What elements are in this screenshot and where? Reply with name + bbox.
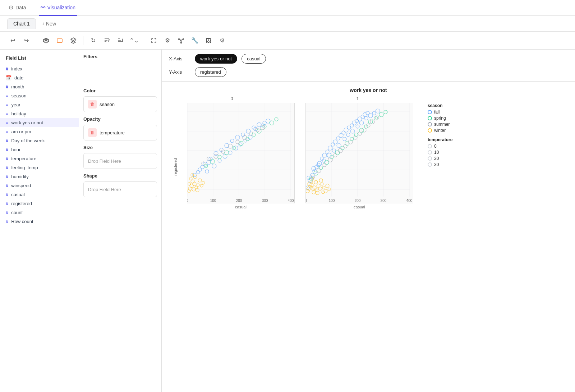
chart-tabs: Chart 1 + New	[0, 16, 575, 32]
legend-opacity-title: temperature	[428, 137, 464, 142]
color-field-box[interactable]: 🗑 season	[83, 96, 157, 112]
opacity-field-box[interactable]: 🗑 temperature	[83, 125, 157, 140]
field-feeling-temp[interactable]: # feeling_temp	[0, 163, 79, 172]
scatter-container-0: 0 200 400 600 800 0 100 200 300 400	[187, 103, 295, 203]
opacity-delete-button[interactable]: 🗑	[88, 128, 97, 137]
svg-point-35	[200, 184, 203, 187]
legend-circle-spring	[428, 116, 432, 120]
undo-button[interactable]: ↩	[7, 35, 18, 46]
visualization-icon: ⚯	[41, 4, 45, 11]
chart-tab-1[interactable]: Chart 1	[7, 18, 36, 29]
svg-point-27	[188, 183, 191, 185]
field-name-index: index	[11, 66, 22, 72]
svg-point-34	[198, 179, 202, 182]
image-button[interactable]: 🖼	[203, 35, 214, 46]
refresh-button[interactable]: ↻	[88, 35, 98, 46]
field-name-winspeed: winspeed	[11, 183, 31, 188]
x-axis-row: X-Axis work yes or not casual	[169, 54, 568, 64]
x-axis-tag-work[interactable]: work yes or not	[195, 54, 237, 64]
field-work[interactable]: ≡ work yes or not	[0, 118, 79, 127]
redo-button[interactable]: ↪	[21, 35, 32, 46]
field-year[interactable]: ≡ year	[0, 100, 79, 109]
svg-point-53	[257, 123, 261, 127]
panel-label-0: 0	[230, 96, 233, 101]
field-casual[interactable]: # casual	[0, 190, 79, 199]
legend-item-temp-30: 30	[428, 162, 464, 167]
y-axis-label-0: registered	[173, 158, 178, 176]
field-humidity[interactable]: # humidity	[0, 172, 79, 181]
shape-placeholder: Drop Field Here	[88, 187, 121, 192]
field-temperature[interactable]: # temperature	[0, 154, 79, 163]
field-month[interactable]: # month	[0, 82, 79, 91]
svg-point-157	[327, 153, 331, 157]
svg-point-1	[180, 40, 182, 41]
network-button[interactable]	[176, 35, 187, 46]
svg-point-180	[364, 125, 368, 128]
sort-asc-button[interactable]	[101, 35, 112, 46]
svg-point-198	[375, 116, 379, 119]
sort-desc-button[interactable]	[115, 35, 126, 46]
svg-point-80	[204, 164, 208, 168]
field-registered[interactable]: # registered	[0, 199, 79, 208]
y-axis-tag-registered[interactable]: registered	[195, 67, 226, 77]
legend-item-spring: spring	[428, 116, 464, 121]
cal-icon: 📅	[6, 75, 12, 80]
field-name-feeling-temp: feeling_temp	[11, 165, 38, 170]
size-title: Size	[83, 145, 157, 150]
image-settings-button[interactable]: ⚙	[217, 35, 227, 46]
rectangle-button[interactable]	[54, 35, 65, 46]
color-field-label: season	[100, 102, 115, 107]
legend-label-spring: spring	[434, 116, 446, 121]
legend-circle-temp-10	[428, 150, 432, 155]
svg-point-118	[321, 183, 323, 185]
svg-rect-0	[57, 39, 62, 42]
svg-point-174	[335, 151, 340, 155]
shape-drop-box[interactable]: Drop Field Here	[83, 181, 157, 197]
svg-point-143	[342, 131, 345, 134]
field-holiday[interactable]: ≡ holiday	[0, 109, 79, 118]
new-chart-button[interactable]: + New	[37, 19, 60, 28]
hash-icon-count: #	[6, 210, 8, 215]
field-winspeed[interactable]: # winspeed	[0, 181, 79, 190]
chevron-updown-button[interactable]: ⌃⌄	[129, 35, 139, 46]
svg-point-117	[318, 187, 322, 190]
field-ampm[interactable]: ≡ am or pm	[0, 127, 79, 136]
y-axis-row: Y-Axis registered	[169, 67, 568, 77]
wrench-button[interactable]: 🔧	[189, 35, 200, 46]
size-drop-box[interactable]: Drop Field Here	[83, 153, 157, 169]
expand-settings-button[interactable]: ⚙	[162, 35, 173, 46]
svg-point-137	[326, 150, 329, 153]
field-date[interactable]: 📅 date	[0, 73, 79, 82]
field-row-count[interactable]: # Row count	[0, 217, 79, 226]
svg-point-153	[307, 176, 310, 180]
field-hour[interactable]: # hour	[0, 145, 79, 154]
toolbar: ↩ ↪ ↻ ⌃⌄ ⚙	[0, 32, 575, 50]
field-season[interactable]: ≡ season	[0, 91, 79, 100]
svg-point-120	[314, 180, 318, 184]
cube-button[interactable]	[41, 35, 51, 46]
legend-item-temp-0: 0	[428, 144, 464, 149]
svg-text:400: 400	[288, 199, 294, 203]
field-list-panel: Field List # index 📅 date # month ≡ seas…	[0, 50, 79, 392]
x-axis-label: X-Axis	[169, 56, 190, 61]
tab-data[interactable]: ⊙ Data	[7, 0, 28, 16]
layers-button[interactable]	[68, 35, 79, 46]
field-name-date: date	[14, 75, 23, 80]
color-delete-button[interactable]: 🗑	[88, 100, 97, 109]
field-count[interactable]: # count	[0, 208, 79, 217]
x-axis-tag-casual[interactable]: casual	[242, 54, 266, 64]
svg-point-119	[312, 190, 316, 194]
tab-visualization[interactable]: ⚯ Visualization	[39, 0, 77, 16]
svg-text:0: 0	[306, 199, 307, 203]
expand-button[interactable]	[148, 35, 159, 46]
field-dow[interactable]: # Day of the week	[0, 136, 79, 145]
hash-icon-dow: #	[6, 138, 8, 143]
legend-item-fall: fall	[428, 110, 464, 115]
svg-point-195	[362, 128, 366, 132]
chart-legend: season fall spring summer	[428, 96, 464, 168]
field-name-registered: registered	[11, 201, 32, 206]
field-index[interactable]: # index	[0, 64, 79, 73]
svg-text:300: 300	[262, 199, 268, 203]
scatter-container-1: 0 100 200 300 400	[305, 103, 413, 203]
hash-icon-month: #	[6, 84, 8, 89]
